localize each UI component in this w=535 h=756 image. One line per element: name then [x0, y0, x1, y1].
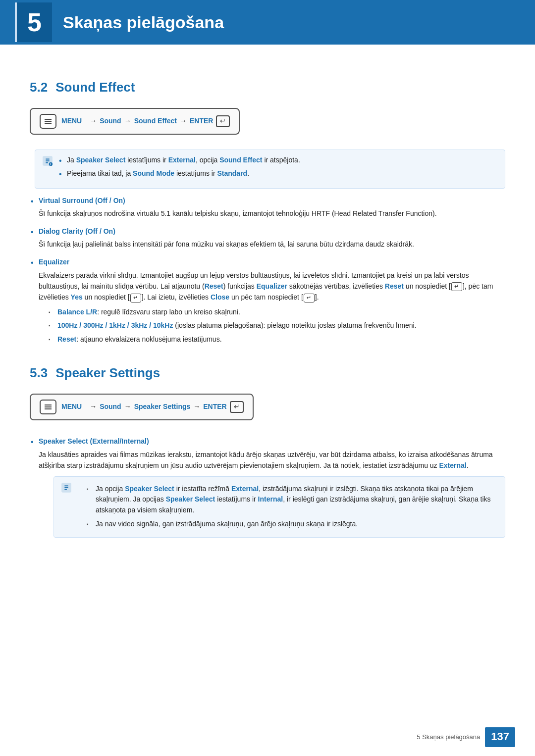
dialog-clarity-body: Šī funkcija ļauj palielināt balss intens…: [39, 239, 505, 250]
equalizer-sublist: Balance L/R: regulē līdzsvaru starp labo…: [49, 307, 505, 345]
page-footer: 5 Skaņas pielāgošana 137: [417, 727, 515, 747]
chapter-number: 5: [15, 2, 52, 42]
svg-text:i: i: [50, 162, 51, 166]
enter-glyph-3: ↵: [304, 294, 315, 302]
bullet-dialog-clarity: Dialog Clarity (Off / On) Šī funkcija ļa…: [30, 226, 505, 250]
note-list: Ja Speaker Select iestatījums ir Externa…: [58, 155, 300, 179]
speaker-note-item-2: Ja nav video signāla, gan izstrādājuma s…: [87, 519, 498, 530]
virtual-surround-header: Virtual Surround (Off / On): [39, 196, 505, 206]
enter-icon: ↵: [216, 115, 230, 127]
main-content: 5.2 Sound Effect MENU → Sound → Sound Ef…: [0, 45, 535, 587]
virtual-surround-body: Šī funkcija skaļruņos nodrošina virtuālu…: [39, 208, 505, 219]
section-5-2-heading: 5.2 Sound Effect: [30, 77, 505, 97]
enter-icon-5-3: ↵: [230, 401, 244, 413]
enter-glyph-2: ↵: [130, 294, 141, 302]
note-icon: i: [42, 155, 53, 166]
chapter-title: Skaņas pielāgošana: [63, 9, 224, 36]
section-5-3: 5.3 Speaker Settings MENU → Sound → Spea…: [30, 363, 505, 538]
note-box-5-2: i Ja Speaker Select iestatījums ir Exter…: [35, 150, 505, 188]
equalizer-body: Ekvalaizers parāda virkni slīdņu. Izmant…: [39, 270, 505, 303]
nested-note-icon: [61, 482, 72, 493]
bullet-equalizer: Equalizer Ekvalaizers parāda virkni slīd…: [30, 257, 505, 345]
bullet-virtual-surround: Virtual Surround (Off / On) Šī funkcija …: [30, 196, 505, 219]
menu-icon: [40, 114, 56, 129]
equalizer-subitem-balance: Balance L/R: regulē līdzsvaru starp labo…: [49, 307, 505, 318]
speaker-select-body: Ja klausāties apraides vai filmas mūzika…: [39, 449, 505, 471]
chapter-header: 5 Skaņas pielāgošana: [0, 0, 535, 45]
menu-icon-bars: [45, 119, 52, 124]
dialog-clarity-header: Dialog Clarity (Off / On): [39, 226, 505, 237]
section-5-2: 5.2 Sound Effect MENU → Sound → Sound Ef…: [30, 77, 505, 345]
nested-note-content: Ja opcija Speaker Select ir iestatīta re…: [77, 482, 498, 533]
speaker-select-note-list: Ja opcija Speaker Select ir iestatīta re…: [87, 484, 498, 530]
note-item-2: Pieejama tikai tad, ja Sound Mode iestat…: [58, 168, 300, 179]
note-item-1: Ja Speaker Select iestatījums ir Externa…: [58, 155, 300, 166]
menu-path-5-2: MENU → Sound → Sound Effect → ENTER ↵: [30, 108, 240, 135]
equalizer-subitem-reset: Reset: atjauno ekvalaizera noklusējuma i…: [49, 334, 505, 345]
menu-icon-5-3: [40, 400, 56, 414]
section-5-3-heading: 5.3 Speaker Settings: [30, 363, 505, 383]
menu-path-5-3: MENU → Sound → Speaker Settings → ENTER …: [30, 394, 254, 420]
equalizer-header: Equalizer: [39, 257, 505, 268]
speaker-select-note: Ja opcija Speaker Select ir iestatīta re…: [54, 476, 505, 538]
bullet-speaker-select: Speaker Select (External/Internal) Ja kl…: [30, 436, 505, 538]
footer-text: 5 Skaņas pielāgošana: [417, 732, 480, 742]
enter-glyph-1: ↵: [451, 282, 462, 291]
speaker-select-header: Speaker Select (External/Internal): [39, 436, 505, 447]
page-number: 137: [485, 727, 515, 747]
speaker-note-item-1: Ja opcija Speaker Select ir iestatīta re…: [87, 484, 498, 516]
equalizer-subitem-freq: 100Hz / 300Hz / 1kHz / 3kHz / 10kHz (jos…: [49, 320, 505, 331]
note-content: Ja Speaker Select iestatījums ir Externa…: [58, 155, 300, 183]
